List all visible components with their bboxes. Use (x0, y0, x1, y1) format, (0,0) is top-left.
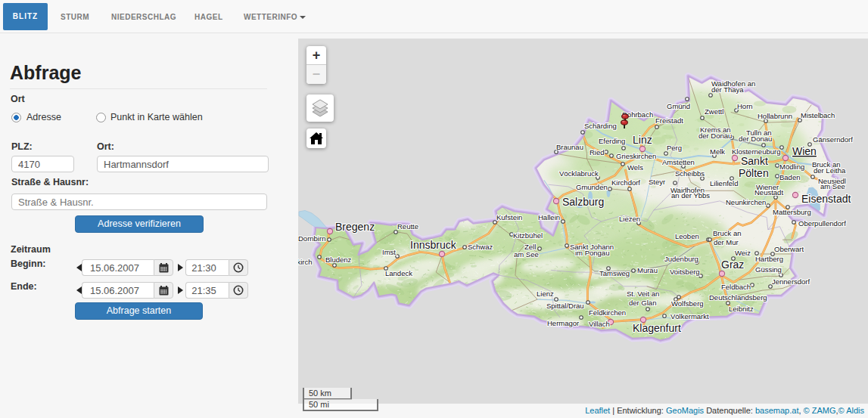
svg-text:Freistadt: Freistadt (655, 116, 683, 125)
svg-text:Spittal/Drau: Spittal/Drau (546, 302, 584, 310)
svg-text:Oberwart: Oberwart (774, 245, 804, 253)
svg-text:Eisenstadt: Eisenstadt (801, 193, 851, 205)
svg-text:der Thaya: der Thaya (711, 85, 744, 94)
svg-text:der Donau: der Donau (698, 132, 732, 140)
svg-text:Tamsweg: Tamsweg (599, 269, 630, 277)
svg-text:Ried: Ried (590, 148, 605, 156)
svg-text:Melk: Melk (710, 147, 725, 156)
svg-text:Zwettl: Zwettl (705, 107, 723, 116)
svg-text:Innsbruck: Innsbruck (410, 239, 457, 251)
svg-text:Deutschlandsberg: Deutschlandsberg (709, 293, 767, 302)
svg-text:Bregenz: Bregenz (335, 221, 375, 233)
svg-text:Mattersburg: Mattersburg (773, 208, 811, 216)
svg-text:Liezen: Liezen (619, 215, 640, 223)
svg-text:Gänserndorf: Gänserndorf (813, 135, 853, 144)
svg-text:Wien: Wien (792, 145, 817, 157)
svg-text:Horn: Horn (737, 102, 753, 110)
svg-text:Dornbirn: Dornbirn (298, 234, 325, 243)
svg-text:Schwaz: Schwaz (468, 243, 493, 251)
svg-text:der Donau: der Donau (739, 135, 772, 143)
svg-text:Villach: Villach (589, 320, 610, 328)
svg-text:Gmunden: Gmunden (576, 183, 608, 191)
svg-text:Leibnitz: Leibnitz (729, 305, 754, 313)
svg-text:Wolfsberg: Wolfsberg (671, 299, 704, 308)
svg-text:Graz: Graz (721, 259, 744, 271)
svg-text:Voitsberg: Voitsberg (670, 268, 700, 276)
svg-text:Weiz: Weiz (735, 249, 751, 257)
svg-text:Landeck: Landeck (385, 269, 412, 277)
svg-text:Perg: Perg (667, 144, 682, 152)
svg-text:Vöcklabruck: Vöcklabruck (559, 169, 599, 178)
svg-text:Mödling: Mödling (779, 163, 804, 171)
svg-text:Murau: Murau (637, 266, 658, 274)
svg-text:Mistelbach: Mistelbach (801, 111, 835, 119)
svg-text:Völkermarkt: Völkermarkt (670, 312, 709, 320)
svg-text:im Pongau: im Pongau (575, 249, 609, 257)
svg-text:am See: am See (820, 182, 845, 190)
svg-text:Schärding: Schärding (584, 122, 617, 130)
svg-text:Jennersdorf: Jennersdorf (772, 277, 810, 286)
svg-text:Feldkirchen: Feldkirchen (589, 308, 626, 317)
svg-text:Kufstein: Kufstein (496, 213, 522, 221)
svg-text:Feldkirch: Feldkirch (298, 258, 313, 266)
svg-text:Bludenz: Bludenz (325, 255, 352, 264)
svg-text:Leoben: Leoben (675, 232, 699, 240)
svg-text:am See: am See (514, 250, 539, 259)
svg-text:Kitzbühel: Kitzbühel (513, 231, 543, 240)
svg-text:Reutte: Reutte (397, 222, 418, 231)
svg-text:Eferding: Eferding (599, 137, 625, 145)
svg-text:Hartberg: Hartberg (755, 255, 783, 263)
svg-text:Feldbach: Feldbach (721, 283, 751, 291)
svg-text:Kirchdorf: Kirchdorf (611, 178, 640, 187)
svg-text:der Mur: der Mur (714, 238, 739, 246)
svg-text:Oberpullendorf: Oberpullendorf (798, 219, 846, 228)
svg-text:Güssing: Güssing (755, 265, 782, 274)
svg-text:Scheibbs: Scheibbs (675, 169, 705, 178)
svg-text:der Leitha: der Leitha (814, 166, 846, 175)
svg-text:Hollabrunn: Hollabrunn (758, 112, 792, 120)
svg-text:Pölten: Pölten (739, 167, 769, 179)
svg-text:Baden: Baden (779, 173, 800, 181)
svg-text:Hallein: Hallein (538, 213, 560, 221)
svg-text:Salzburg: Salzburg (562, 196, 604, 208)
svg-text:an der Ybbs: an der Ybbs (671, 191, 710, 200)
svg-text:der Glan: der Glan (629, 299, 656, 307)
svg-text:Neustadt: Neustadt (754, 188, 783, 197)
svg-text:St. Veit an: St. Veit an (627, 290, 659, 298)
svg-text:Grieskirchen: Grieskirchen (616, 152, 656, 160)
svg-text:Klagenfurt: Klagenfurt (633, 322, 681, 334)
svg-text:Neunkirchen: Neunkirchen (726, 198, 766, 206)
svg-text:Linz: Linz (633, 134, 652, 146)
svg-text:Lienz: Lienz (537, 290, 554, 298)
svg-text:Bruck an: Bruck an (713, 229, 742, 237)
svg-text:Gmünd: Gmünd (667, 102, 690, 110)
svg-text:Amstetten: Amstetten (662, 158, 695, 166)
svg-text:Steyr: Steyr (649, 178, 665, 186)
svg-text:Imst: Imst (382, 248, 396, 256)
svg-text:Judenburg: Judenburg (664, 255, 698, 263)
svg-text:Braunau: Braunau (556, 143, 583, 151)
svg-text:Wels: Wels (627, 163, 643, 172)
svg-text:Sankt: Sankt (741, 155, 768, 167)
svg-text:Hermagor: Hermagor (547, 319, 579, 327)
svg-text:Lilienfeld: Lilienfeld (710, 179, 739, 187)
